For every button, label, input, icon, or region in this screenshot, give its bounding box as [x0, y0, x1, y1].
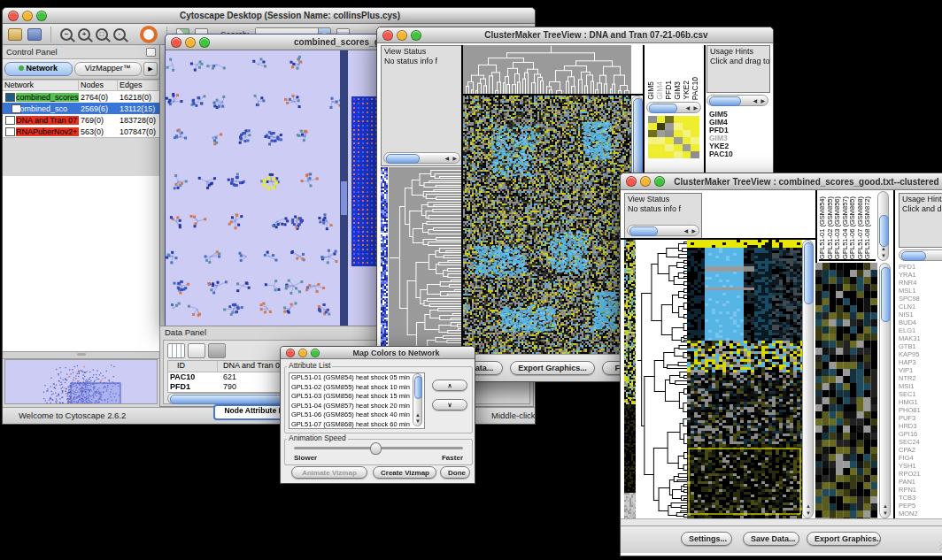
gene-label[interactable]: TCB3 [897, 494, 942, 502]
gene-label[interactable]: HMG1 [897, 398, 942, 406]
matrix-cell[interactable] [674, 116, 683, 123]
tv1-detail-hscrollbar[interactable]: ◀▶ [646, 102, 701, 113]
gene-label[interactable]: FIG4 [897, 454, 942, 462]
gene-label[interactable]: PAC10 [707, 150, 768, 158]
attribute-listbox[interactable]: GPL51-01 (GSM854) heat shock 05 minGPL51… [289, 372, 425, 429]
network-table-row[interactable]: RNAPuberNov2+ 563(0) 107847(0) [3, 126, 159, 137]
minimize-icon[interactable] [298, 349, 307, 357]
create-vizmap-button[interactable]: Create Vizmap [373, 466, 436, 479]
gene-label[interactable]: PHO81 [897, 406, 942, 414]
gene-label[interactable]: PFD1 [897, 263, 942, 271]
scroll-thumb[interactable] [709, 96, 741, 106]
scroll-thumb[interactable] [901, 251, 926, 261]
minimize-icon[interactable] [22, 11, 33, 21]
matrix-cell[interactable] [691, 137, 699, 144]
matrix-cell[interactable] [691, 123, 699, 130]
matrix-cell[interactable] [648, 116, 657, 123]
matrix-cell[interactable] [665, 151, 674, 158]
scroll-thumb[interactable] [629, 226, 658, 236]
scroll-thumb[interactable] [879, 215, 889, 247]
matrix-cell[interactable] [683, 144, 691, 151]
tabs-more-arrow[interactable]: ▶ [143, 62, 158, 76]
attribute-item[interactable]: GPL51-06 (GSM865) heat shock 40 min [290, 410, 424, 420]
gene-label[interactable]: YSH1 [897, 462, 942, 470]
gene-label[interactable]: GPI16 [897, 430, 942, 438]
gene-label[interactable]: BUD4 [897, 318, 942, 326]
gene-label[interactable]: CPA2 [897, 446, 942, 454]
attribute-item[interactable]: GPL51-07 (GSM868) heat shock 60 min [290, 420, 424, 430]
matrix-cell[interactable] [674, 130, 683, 137]
matrix-cell[interactable] [683, 137, 691, 144]
gene-label[interactable]: HRD3 [897, 422, 942, 430]
cytoscape-titlebar[interactable]: Cytoscape Desktop (Session Name: collins… [3, 8, 535, 24]
zoom-fit-icon[interactable]: · [113, 28, 126, 41]
tab-vizmapper[interactable]: VizMapper™ [74, 62, 143, 76]
matrix-cell[interactable] [657, 116, 666, 123]
matrix-cell[interactable] [665, 144, 674, 151]
attribute-item[interactable]: GPL51-01 (GSM854) heat shock 05 min [290, 373, 424, 383]
gene-label[interactable]: NTR2 [897, 374, 942, 382]
zoom-window-icon[interactable] [311, 349, 320, 357]
gene-label[interactable]: KAP95 [897, 350, 942, 358]
scroll-thumb[interactable] [633, 98, 643, 181]
gene-label[interactable]: NIS1 [897, 311, 942, 318]
tv1-column-dendrogram[interactable] [463, 45, 631, 94]
network-table-row[interactable]: combined_sco 2569(6) 13112(15) [3, 103, 159, 114]
tv1-status-scrollbar[interactable]: ◀▶ [383, 152, 460, 164]
zoom-window-icon[interactable] [411, 30, 421, 41]
tv1-usage-scrollbar[interactable]: ◀▶ [706, 95, 768, 106]
move-up-button[interactable]: ∧ [432, 380, 467, 391]
attribute-item[interactable]: GPL51-03 (GSM856) heat shock 15 min [290, 392, 424, 402]
matrix-cell[interactable] [674, 151, 683, 158]
open-session-icon[interactable] [8, 28, 22, 41]
network-table-row[interactable]: DNA and Tran 07 769(0) 183728(0) [3, 114, 159, 126]
zoom-in-icon[interactable]: + [78, 28, 90, 41]
gene-label[interactable]: CLN1 [897, 303, 942, 311]
close-icon[interactable] [8, 11, 19, 21]
gene-label[interactable]: RNR4 [897, 279, 942, 287]
speed-slider-thumb[interactable] [370, 442, 382, 455]
gene-label[interactable]: YRA1 [897, 271, 942, 279]
export-graphics-button[interactable]: Export Graphics... [807, 532, 881, 546]
tv1-heatmap[interactable] [463, 96, 631, 355]
matrix-cell[interactable] [648, 144, 657, 151]
matrix-cell[interactable] [691, 151, 699, 158]
settings-button[interactable]: Settings... [681, 532, 732, 546]
matrix-cell[interactable] [648, 130, 657, 137]
close-icon[interactable] [626, 176, 637, 187]
attribute-select-icon[interactable] [167, 343, 185, 358]
scroll-thumb[interactable] [649, 104, 677, 113]
matrix-cell[interactable] [657, 144, 666, 151]
matrix-cell[interactable] [691, 130, 699, 137]
gene-label[interactable]: MON2 [897, 510, 942, 518]
matrix-cell[interactable] [648, 137, 657, 144]
done-button[interactable]: Done [440, 466, 470, 479]
panel-splitter-handle[interactable] [3, 351, 159, 359]
matrix-cell[interactable] [665, 130, 674, 137]
matrix-cell[interactable] [665, 123, 674, 130]
minimize-icon[interactable] [185, 37, 196, 48]
save-session-icon[interactable] [27, 28, 42, 41]
tv2-usage-scrollbar[interactable] [899, 249, 942, 261]
save-data-button[interactable]: Save Data... [743, 532, 799, 546]
gene-label[interactable]: HAP3 [897, 358, 942, 366]
matrix-cell[interactable] [665, 116, 674, 123]
tv2-detail-vscrollbar[interactable]: ▲▼ [879, 263, 891, 518]
zoom-window-icon[interactable] [199, 37, 210, 48]
float-panel-icon[interactable] [146, 48, 156, 57]
gene-label[interactable]: SEC1 [897, 390, 942, 398]
gene-label[interactable]: PEP5 [897, 502, 942, 510]
tab-network[interactable]: Network [4, 62, 73, 76]
matrix-cell[interactable] [674, 137, 683, 144]
attribute-item[interactable]: GPL51-02 (GSM855) heat shock 10 min [290, 383, 424, 393]
tv2-heatmap[interactable] [687, 240, 802, 518]
tv2-row-dendrogram[interactable] [637, 240, 687, 518]
tv2-status-scrollbar[interactable]: ◀▶ [627, 225, 699, 236]
move-down-button[interactable]: ∨ [432, 399, 467, 410]
scroll-thumb[interactable] [804, 242, 814, 304]
tv2-collabel-vscrollbar[interactable]: ▲▼ [877, 191, 889, 261]
gene-label[interactable]: RPN1 [897, 486, 942, 494]
network-table-row[interactable]: combined_scores 2764(0) 16218(0) [3, 91, 159, 103]
close-icon[interactable] [171, 37, 181, 48]
gene-label[interactable]: SPC98 [897, 295, 942, 303]
